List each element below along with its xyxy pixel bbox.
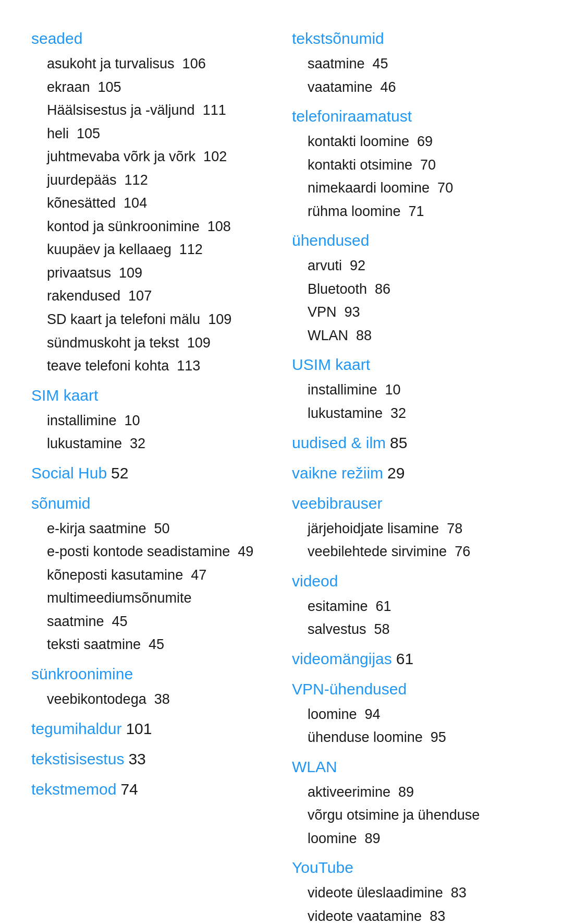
list-item: esitamine 61 — [308, 595, 532, 618]
section-entries: veebikontodega 38 — [31, 688, 271, 711]
list-item: videote vaatamine 83 — [308, 905, 532, 924]
index-section: videodesitamine 61salvestus 58 — [292, 569, 532, 641]
section-entries: videote üleslaadimine 83videote vaatamin… — [292, 881, 532, 924]
section-entries: arvuti 92Bluetooth 86VPN 93WLAN 88 — [292, 254, 532, 347]
list-item: SD kaart ja telefoni mälu 109 — [47, 308, 271, 331]
index-section: videomängijas61 — [292, 646, 532, 671]
section-entries: asukoht ja turvalisus 106ekraan 105Hääls… — [31, 52, 271, 378]
section-title-row: uudised & ilm85 — [292, 430, 532, 455]
index-section: seadedasukoht ja turvalisus 106ekraan 10… — [31, 26, 271, 378]
list-item: veebikontodega 38 — [47, 688, 271, 711]
index-section: telefoniraamatustkontakti loomine 69kont… — [292, 104, 532, 223]
section-entries: installimine 10lukustamine 32 — [292, 378, 532, 425]
list-item: juhtmevaba võrk ja võrk 102 — [47, 145, 271, 169]
index-section: ühendusedarvuti 92Bluetooth 86VPN 93WLAN… — [292, 228, 532, 347]
list-item: nimekaardi loomine 70 — [308, 176, 532, 200]
section-title: uudised & ilm — [292, 430, 386, 455]
section-title-row: vaikne režiim29 — [292, 461, 532, 486]
section-title-number: 33 — [128, 747, 145, 772]
list-item: lukustamine 32 — [308, 402, 532, 425]
section-title-number: 52 — [111, 461, 128, 486]
section-entries: kontakti loomine 69kontakti otsimine 70n… — [292, 130, 532, 223]
list-item: teave telefoni kohta 113 — [47, 354, 271, 378]
section-title: tekstisisestus — [31, 747, 124, 772]
section-title-number: 101 — [126, 716, 152, 741]
section-entries: aktiveerimine 89võrgu otsimine ja ühendu… — [292, 781, 532, 850]
index-section: veebibrauserjärjehoidjate lisamine 78vee… — [292, 491, 532, 563]
section-title: tekstsõnumid — [292, 26, 532, 51]
list-item: veebilehtede sirvimine 76 — [308, 540, 532, 563]
section-entries: e-kirja saatmine 50e-posti kontode seadi… — [31, 517, 271, 656]
list-item: järjehoidjate lisamine 78 — [308, 517, 532, 541]
section-title-number: 85 — [390, 430, 407, 455]
section-title: vaikne režiim — [292, 461, 383, 486]
list-item: sündmuskoht ja tekst 109 — [47, 331, 271, 355]
section-title: videod — [292, 569, 532, 594]
section-title-row: tegumihaldur101 — [31, 716, 271, 741]
section-entries: installimine 10lukustamine 32 — [31, 409, 271, 455]
index-section: sõnumide-kirja saatmine 50e-posti kontod… — [31, 491, 271, 656]
index-section: VPN-ühendusedloomine 94ühenduse loomine … — [292, 677, 532, 749]
list-item: kontakti otsimine 70 — [308, 153, 532, 177]
section-title: sõnumid — [31, 491, 271, 516]
section-title-row: Social Hub52 — [31, 461, 271, 486]
section-title: WLAN — [292, 754, 532, 779]
list-item: salvestus 58 — [308, 618, 532, 641]
section-title: seaded — [31, 26, 271, 51]
list-item: VPN 93 — [308, 301, 532, 324]
list-item: videote üleslaadimine 83 — [308, 881, 532, 905]
section-title-row: videomängijas61 — [292, 646, 532, 671]
index-section: SIM kaartinstallimine 10lukustamine 32 — [31, 383, 271, 455]
left-column: seadedasukoht ja turvalisus 106ekraan 10… — [31, 21, 271, 924]
list-item: ühenduse loomine 95 — [308, 726, 532, 749]
list-item: arvuti 92 — [308, 254, 532, 278]
section-title: USIM kaart — [292, 352, 532, 377]
index-container: seadedasukoht ja turvalisus 106ekraan 10… — [31, 21, 532, 924]
section-title-number: 74 — [120, 777, 138, 802]
section-title-number: 29 — [387, 461, 405, 486]
list-item: kõneposti kasutamine 47 — [47, 563, 271, 587]
list-item: kõnesätted 104 — [47, 191, 271, 215]
list-item: privaatsus 109 — [47, 261, 271, 285]
list-item: Häälsisestus ja -väljund 111 — [47, 99, 271, 122]
list-item: asukoht ja turvalisus 106 — [47, 52, 271, 76]
index-section: WLANaktiveerimine 89võrgu otsimine ja üh… — [292, 754, 532, 850]
list-item: vaatamine 46 — [308, 76, 532, 99]
index-section: vaikne režiim29 — [292, 461, 532, 486]
list-item: kontod ja sünkroonimine 108 — [47, 215, 271, 238]
section-title: veebibrauser — [292, 491, 532, 516]
section-entries: esitamine 61salvestus 58 — [292, 595, 532, 641]
section-title: VPN-ühendused — [292, 677, 532, 702]
right-column: tekstsõnumidsaatmine 45vaatamine 46telef… — [292, 21, 532, 924]
section-title: sünkroonimine — [31, 662, 271, 687]
index-section: YouTubevideote üleslaadimine 83videote v… — [292, 855, 532, 924]
index-section: uudised & ilm85 — [292, 430, 532, 455]
section-title: YouTube — [292, 855, 532, 880]
list-item: võrgu otsimine ja ühenduse loomine 89 — [308, 803, 532, 850]
list-item: rakendused 107 — [47, 284, 271, 308]
section-entries: loomine 94ühenduse loomine 95 — [292, 703, 532, 749]
index-section: tegumihaldur101 — [31, 716, 271, 741]
index-section: tekstsõnumidsaatmine 45vaatamine 46 — [292, 26, 532, 99]
section-title: SIM kaart — [31, 383, 271, 408]
list-item: kuupäev ja kellaaeg 112 — [47, 238, 271, 261]
list-item: juurdepääs 112 — [47, 169, 271, 192]
section-title: telefoniraamatust — [292, 104, 532, 129]
index-section: tekstisisestus33 — [31, 747, 271, 772]
list-item: rühma loomine 71 — [308, 200, 532, 223]
list-item: aktiveerimine 89 — [308, 781, 532, 804]
section-title: videomängijas — [292, 646, 392, 671]
section-entries: järjehoidjate lisamine 78veebilehtede si… — [292, 517, 532, 563]
list-item: saatmine 45 — [308, 52, 532, 76]
list-item: installimine 10 — [308, 378, 532, 402]
section-title-row: tekstisisestus33 — [31, 747, 271, 772]
index-section: tekstmemod74 — [31, 777, 271, 802]
index-section: USIM kaartinstallimine 10lukustamine 32 — [292, 352, 532, 425]
list-item: loomine 94 — [308, 703, 532, 726]
list-item: Bluetooth 86 — [308, 278, 532, 301]
list-item: WLAN 88 — [308, 324, 532, 347]
list-item: multimeediumsõnumite saatmine 45 — [47, 586, 271, 633]
list-item: heli 105 — [47, 122, 271, 146]
section-title-number: 61 — [396, 646, 413, 671]
list-item: lukustamine 32 — [47, 432, 271, 455]
